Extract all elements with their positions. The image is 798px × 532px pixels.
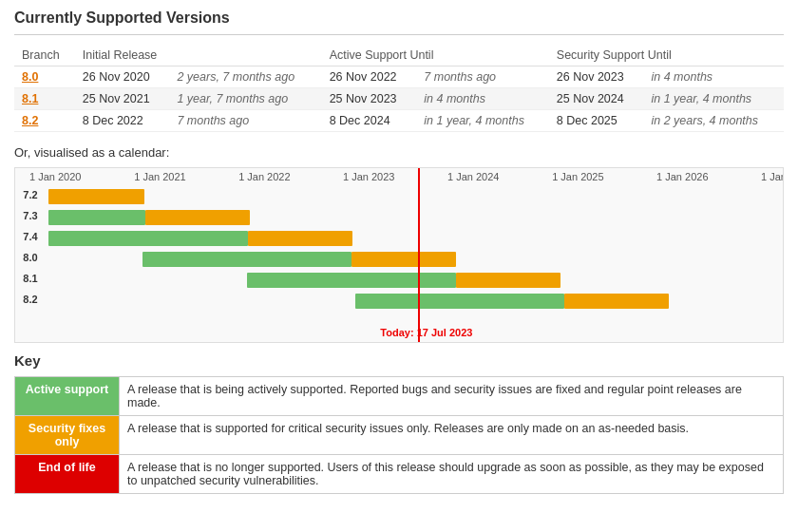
security-rel: in 4 months [643, 66, 784, 88]
security-rel: in 2 years, 4 months [643, 110, 784, 132]
col-security-support: Security Support Until [549, 45, 784, 66]
key-row: Active support A release that is being a… [15, 377, 784, 416]
active-date: 26 Nov 2022 [322, 66, 417, 88]
branch-link[interactable]: 8.0 [22, 70, 38, 84]
branch-label: 8.1 [17, 273, 44, 284]
security-rel: in 1 year, 4 months [643, 88, 784, 110]
initial-date: 25 Nov 2021 [75, 88, 170, 110]
branch-row: 8.0 [15, 250, 783, 269]
branch-row: 8.2 [15, 292, 783, 311]
security-support-bar [48, 189, 144, 204]
security-support-bar [456, 273, 560, 288]
security-date: 25 Nov 2024 [549, 88, 644, 110]
security-support-bar [564, 294, 669, 309]
security-date: 8 Dec 2025 [549, 110, 644, 132]
key-color-label: Active support [15, 377, 120, 416]
col-initial-release: Initial Release [75, 45, 322, 66]
key-description: A release that is supported for critical… [120, 416, 784, 455]
page-title: Currently Supported Versions [14, 10, 784, 27]
branch-label: 7.4 [17, 231, 44, 242]
key-table: Active support A release that is being a… [14, 376, 784, 494]
key-description: A release that is no longer supported. U… [120, 455, 784, 494]
security-support-bar [248, 231, 352, 246]
branch-row: 7.4 [15, 229, 783, 248]
key-description: A release that is being actively support… [120, 377, 784, 416]
calendar-label: Or, visualised as a calendar: [14, 145, 784, 160]
initial-rel: 1 year, 7 months ago [169, 88, 321, 110]
branch-label: 8.0 [17, 252, 44, 263]
active-date: 8 Dec 2024 [322, 110, 417, 132]
today-label: Today: 17 Jul 2023 [380, 327, 472, 338]
year-label: 1 Jan 2020 [29, 171, 81, 182]
branch-rows: 7.27.37.48.08.18.2 [15, 187, 783, 317]
year-label: 1 Jan 2025 [552, 171, 603, 182]
security-support-bar [352, 252, 456, 267]
table-row: 8.2 8 Dec 2022 7 months ago 8 Dec 2024 i… [14, 110, 784, 132]
branch-label: 8.2 [17, 294, 44, 305]
branch-row: 7.3 [15, 208, 783, 227]
active-support-bar [355, 294, 564, 309]
active-support-bar [247, 273, 456, 288]
branch-label: 7.3 [17, 210, 44, 221]
year-label: 1 Jan 2027 [761, 171, 784, 182]
branch-link[interactable]: 8.1 [22, 92, 38, 105]
year-axis: 1 Jan 20201 Jan 20211 Jan 20221 Jan 2023… [15, 168, 783, 187]
year-label: 1 Jan 2021 [134, 171, 185, 182]
table-row: 8.1 25 Nov 2021 1 year, 7 months ago 25 … [14, 88, 784, 110]
versions-table: Branch Initial Release Active Support Un… [14, 45, 784, 132]
active-rel: 7 months ago [416, 66, 549, 88]
col-active-support: Active Support Until [322, 45, 549, 66]
active-rel: in 4 months [416, 88, 549, 110]
table-row: 8.0 26 Nov 2020 2 years, 7 months ago 26… [14, 66, 784, 88]
col-branch: Branch [14, 45, 75, 66]
year-label: 1 Jan 2026 [656, 171, 708, 182]
active-support-bar [48, 210, 145, 225]
security-support-bar [145, 210, 250, 225]
active-rel: in 1 year, 4 months [416, 110, 549, 132]
active-support-bar [142, 252, 352, 267]
initial-date: 8 Dec 2022 [75, 110, 170, 132]
branch-link[interactable]: 8.2 [22, 114, 38, 127]
today-line [418, 168, 420, 342]
active-support-bar [48, 231, 248, 246]
key-row: End of life A release that is no longer … [15, 455, 784, 494]
active-date: 25 Nov 2023 [322, 88, 417, 110]
branch-row: 8.1 [15, 271, 783, 290]
key-row: Security fixes only A release that is su… [15, 416, 784, 455]
branch-label: 7.2 [17, 189, 44, 200]
key-color-label: Security fixes only [15, 416, 120, 455]
divider [14, 34, 784, 35]
initial-rel: 2 years, 7 months ago [169, 66, 321, 88]
initial-rel: 7 months ago [169, 110, 321, 132]
year-label: 1 Jan 2023 [343, 171, 394, 182]
calendar-container: 1 Jan 20201 Jan 20211 Jan 20221 Jan 2023… [14, 167, 784, 343]
security-date: 26 Nov 2023 [549, 66, 644, 88]
key-color-label: End of life [15, 455, 120, 494]
key-title: Key [14, 352, 784, 369]
branch-row: 7.2 [15, 187, 783, 206]
initial-date: 26 Nov 2020 [75, 66, 170, 88]
year-label: 1 Jan 2024 [447, 171, 499, 182]
year-label: 1 Jan 2022 [238, 171, 290, 182]
